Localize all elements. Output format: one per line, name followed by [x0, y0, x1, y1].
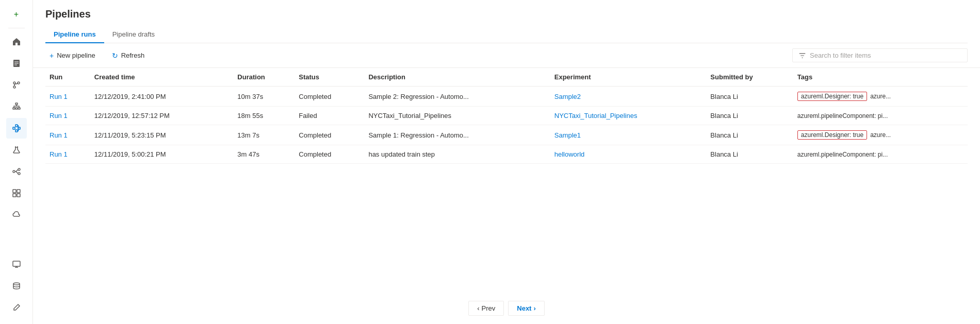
- table-body: Run 112/12/2019, 2:41:00 PM10m 37sComple…: [45, 87, 968, 164]
- cell-submitted-by: Blanca Li: [706, 107, 793, 125]
- tag-text-secondary: azure...: [870, 131, 891, 139]
- table-header-row: Run Created time Duration Status Descrip…: [45, 68, 968, 87]
- cell-run: Run 1: [45, 87, 90, 107]
- sidebar-top: +: [6, 4, 27, 252]
- cell-experiment: Sample2: [550, 87, 707, 107]
- cell-duration: 18m 55s: [233, 107, 295, 125]
- new-pipeline-button[interactable]: + New pipeline: [45, 49, 100, 62]
- cell-submitted-by: Blanca Li: [706, 87, 793, 107]
- refresh-button[interactable]: ↻ Refresh: [108, 49, 149, 62]
- pipeline-runs-table: Run Created time Duration Status Descrip…: [45, 68, 968, 164]
- git-icon[interactable]: [6, 75, 27, 95]
- col-submitted-by: Submitted by: [706, 68, 793, 87]
- add-icon[interactable]: +: [6, 4, 27, 25]
- cell-status: Completed: [295, 145, 364, 164]
- svg-rect-8: [13, 108, 15, 109]
- dataflow-icon[interactable]: [6, 161, 27, 182]
- svg-point-18: [18, 173, 20, 175]
- col-created-time: Created time: [90, 68, 234, 87]
- experiment-link[interactable]: Sample1: [554, 131, 581, 139]
- cell-run: Run 1: [45, 107, 90, 125]
- flask-icon[interactable]: [6, 140, 27, 160]
- next-label: Next: [517, 304, 531, 312]
- cell-status: Completed: [295, 87, 364, 107]
- cell-created-time: 12/11/2019, 5:23:15 PM: [90, 125, 234, 145]
- tag-text: azureml.pipelineComponent: pi...: [797, 151, 888, 158]
- cell-run: Run 1: [45, 125, 90, 145]
- search-box[interactable]: [792, 48, 968, 62]
- tabs: Pipeline runs Pipeline drafts: [45, 26, 968, 43]
- run-link[interactable]: Run 1: [50, 93, 68, 100]
- experiment-link[interactable]: NYCTaxi_Tutorial_Pipelines: [554, 112, 638, 120]
- cell-tags: azureml.Designer: trueazure...: [793, 87, 968, 107]
- cell-submitted-by: Blanca Li: [706, 125, 793, 145]
- next-button[interactable]: Next ›: [508, 301, 545, 316]
- svg-rect-20: [17, 190, 20, 193]
- cell-submitted-by: Blanca Li: [706, 145, 793, 164]
- cell-status: Completed: [295, 125, 364, 145]
- run-link[interactable]: Run 1: [50, 150, 68, 158]
- svg-rect-9: [15, 108, 18, 109]
- home-icon[interactable]: [6, 31, 27, 52]
- run-link[interactable]: Run 1: [50, 112, 68, 120]
- edit-icon[interactable]: [6, 297, 27, 318]
- svg-rect-7: [15, 103, 18, 105]
- prev-button[interactable]: ‹ Prev: [468, 301, 504, 316]
- data2-icon[interactable]: [6, 183, 27, 203]
- tags-container: azureml.Designer: trueazure...: [797, 130, 963, 140]
- document-icon[interactable]: [6, 53, 27, 74]
- search-input[interactable]: [810, 52, 961, 59]
- svg-point-17: [18, 168, 20, 170]
- monitor-icon[interactable]: [6, 254, 27, 275]
- col-tags: Tags: [793, 68, 968, 87]
- refresh-label: Refresh: [121, 52, 145, 59]
- tag-text-secondary: azure...: [870, 93, 891, 100]
- svg-rect-11: [13, 127, 15, 129]
- cell-experiment: Sample1: [550, 125, 707, 145]
- tab-pipeline-drafts[interactable]: Pipeline drafts: [104, 26, 163, 43]
- cell-created-time: 12/12/2019, 12:57:12 PM: [90, 107, 234, 125]
- run-link[interactable]: Run 1: [50, 131, 68, 139]
- cell-run: Run 1: [45, 145, 90, 164]
- cell-description: Sample 2: Regression - Automo...: [364, 87, 550, 107]
- cell-created-time: 12/12/2019, 2:41:00 PM: [90, 87, 234, 107]
- table-row: Run 112/11/2019, 5:23:15 PM13m 7sComplet…: [45, 125, 968, 145]
- table-row: Run 112/12/2019, 12:57:12 PM18m 55sFaile…: [45, 107, 968, 125]
- col-description: Description: [364, 68, 550, 87]
- svg-rect-22: [17, 194, 20, 197]
- cell-tags: azureml.pipelineComponent: pi...: [793, 145, 968, 164]
- next-chevron-icon: ›: [533, 304, 535, 312]
- cell-tags: azureml.Designer: trueazure...: [793, 125, 968, 145]
- sidebar-divider: [8, 28, 25, 28]
- org-icon[interactable]: [6, 96, 27, 117]
- experiment-link[interactable]: Sample2: [554, 93, 581, 100]
- svg-rect-19: [13, 190, 16, 193]
- sidebar: +: [0, 0, 33, 324]
- new-pipeline-label: New pipeline: [57, 52, 95, 59]
- svg-rect-21: [13, 194, 16, 197]
- cell-description: has updated train step: [364, 145, 550, 164]
- table-row: Run 112/11/2019, 5:00:21 PM3m 47sComplet…: [45, 145, 968, 164]
- pipeline-icon[interactable]: [6, 118, 27, 139]
- svg-rect-12: [15, 125, 18, 127]
- svg-rect-23: [13, 261, 20, 266]
- table-container: Run Created time Duration Status Descrip…: [33, 68, 980, 293]
- database-icon[interactable]: [6, 276, 27, 296]
- svg-rect-10: [18, 108, 20, 109]
- refresh-icon: ↻: [112, 52, 118, 60]
- tags-container: azureml.Designer: trueazure...: [797, 92, 963, 101]
- cell-duration: 13m 7s: [233, 125, 295, 145]
- cloud-icon[interactable]: [6, 204, 27, 225]
- cell-tags: azureml.pipelineComponent: pi...: [793, 107, 968, 125]
- tab-pipeline-runs[interactable]: Pipeline runs: [45, 26, 104, 43]
- sidebar-bottom: [6, 254, 27, 324]
- filter-icon: [799, 52, 806, 59]
- cell-duration: 3m 47s: [233, 145, 295, 164]
- col-run: Run: [45, 68, 90, 87]
- experiment-link[interactable]: helloworld: [554, 150, 585, 158]
- cell-description: Sample 1: Regression - Automo...: [364, 125, 550, 145]
- col-status: Status: [295, 68, 364, 87]
- prev-chevron-icon: ‹: [477, 304, 479, 312]
- tags-container: azureml.pipelineComponent: pi...: [797, 112, 963, 120]
- svg-point-16: [13, 170, 15, 173]
